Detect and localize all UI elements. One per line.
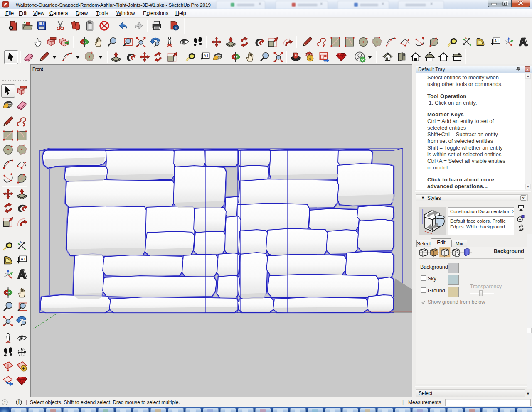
svg-text:i: i bbox=[18, 400, 20, 405]
svg-text:?: ? bbox=[4, 400, 6, 405]
